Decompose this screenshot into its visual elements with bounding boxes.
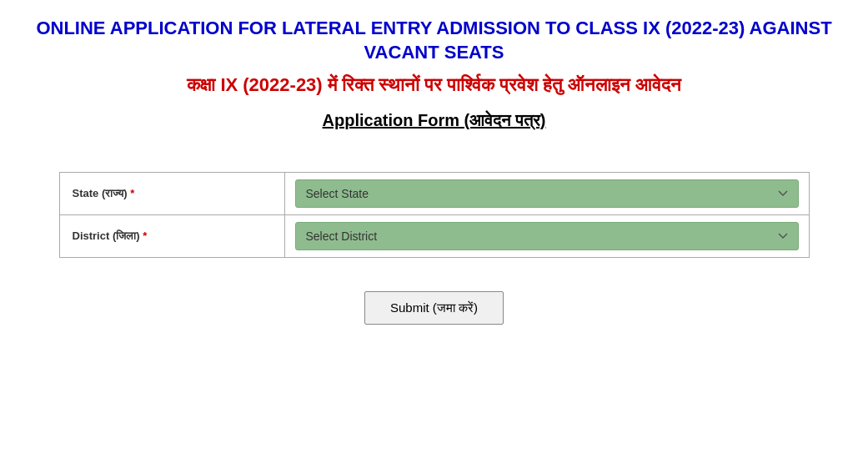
state-label: State (राज्य) *: [60, 173, 285, 214]
title-english: ONLINE APPLICATION FOR LATERAL ENTRY ADM…: [33, 17, 835, 64]
district-label: District (जिला) *: [60, 215, 285, 257]
district-dropdown[interactable]: Select District: [295, 222, 799, 250]
form-title: Application Form (आवेदन पत्र): [33, 111, 835, 130]
state-field: Select State: [285, 173, 809, 214]
state-row: State (राज्य) * Select State: [60, 173, 809, 215]
submit-button[interactable]: Submit (जमा करें): [364, 291, 504, 325]
form-container: State (राज्य) * Select State District (ज…: [59, 172, 810, 258]
state-dropdown[interactable]: Select State: [295, 179, 799, 208]
district-row: District (जिला) * Select District: [60, 215, 809, 257]
title-hindi: कक्षा IX (2022-23) में रिक्त स्थानों पर …: [33, 73, 835, 98]
header-section: ONLINE APPLICATION FOR LATERAL ENTRY ADM…: [33, 17, 835, 155]
district-field: Select District: [285, 215, 809, 257]
submit-section: Submit (जमा करें): [364, 291, 504, 325]
